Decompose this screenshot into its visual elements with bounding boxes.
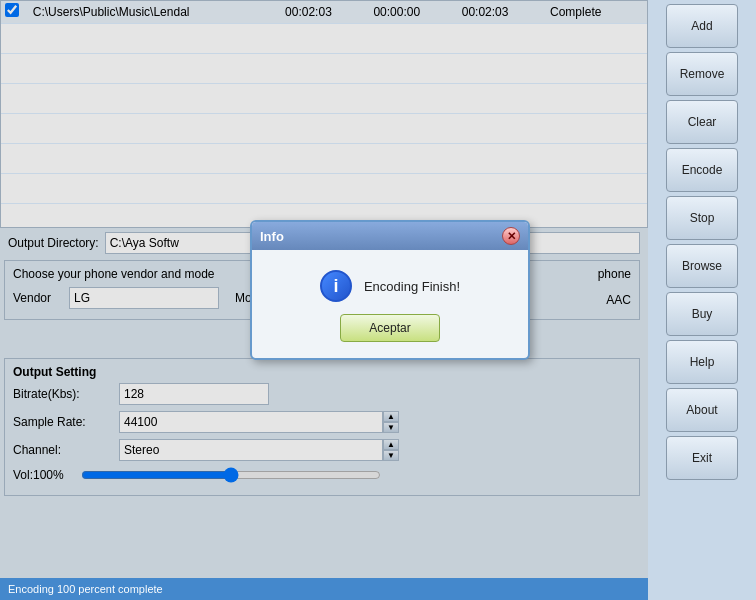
encode-button[interactable]: Encode [666, 148, 738, 192]
info-icon: i [320, 270, 352, 302]
dialog-body: i Encoding Finish! Aceptar [252, 250, 528, 358]
remove-button[interactable]: Remove [666, 52, 738, 96]
main-window: C:\Users\Public\Music\Lendal 00:02:03 00… [0, 0, 756, 600]
buy-button[interactable]: Buy [666, 292, 738, 336]
dialog-title: Info [260, 229, 284, 244]
dialog-message: Encoding Finish! [364, 279, 460, 294]
stop-button[interactable]: Stop [666, 196, 738, 240]
about-button[interactable]: About [666, 388, 738, 432]
help-button[interactable]: Help [666, 340, 738, 384]
dialog-message-row: i Encoding Finish! [320, 270, 460, 302]
status-bar: Encoding 100 percent complete [0, 578, 648, 600]
dialog-accept-button[interactable]: Aceptar [340, 314, 440, 342]
status-text: Encoding 100 percent complete [8, 583, 163, 595]
dialog-close-button[interactable]: ✕ [502, 227, 520, 245]
dialog-titlebar: Info ✕ [252, 222, 528, 250]
button-panel: Add Remove Clear Encode Stop Browse Buy … [648, 0, 756, 600]
clear-button[interactable]: Clear [666, 100, 738, 144]
add-button[interactable]: Add [666, 4, 738, 48]
browse-button[interactable]: Browse [666, 244, 738, 288]
info-dialog: Info ✕ i Encoding Finish! Aceptar [250, 220, 530, 360]
exit-button[interactable]: Exit [666, 436, 738, 480]
